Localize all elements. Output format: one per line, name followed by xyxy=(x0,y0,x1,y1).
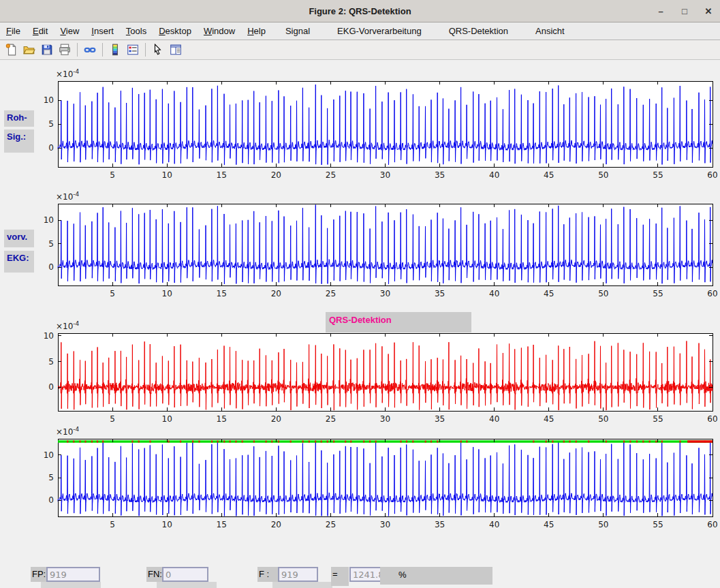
x-tick-label: 45 xyxy=(544,289,554,298)
y-tick-label: 0 xyxy=(48,495,54,505)
new-figure-button[interactable] xyxy=(3,42,20,58)
beat-mark xyxy=(412,440,413,442)
x-tick-label: 25 xyxy=(326,414,336,424)
menu-item-signal[interactable]: Signal xyxy=(272,22,324,40)
beat-mark xyxy=(67,440,68,442)
property-editor-button[interactable] xyxy=(168,42,184,58)
menu-item-view[interactable]: View xyxy=(54,22,85,40)
fn-backdrop xyxy=(157,582,217,588)
insert-legend-button[interactable] xyxy=(125,42,141,58)
fp-value-field[interactable] xyxy=(46,567,100,582)
open-file-button[interactable] xyxy=(21,42,37,58)
beat-mark xyxy=(290,440,292,442)
x-tick-label: 10 xyxy=(162,289,172,298)
minimize-icon[interactable]: – xyxy=(656,6,666,16)
x-tick-label: 20 xyxy=(271,289,281,298)
x-tick-label: 15 xyxy=(217,289,227,298)
menu-item-qrs-detektion[interactable]: QRS-Detektion xyxy=(435,22,522,40)
plot-roh-signal[interactable]: 510152025303540455055600510×10-4 xyxy=(37,69,720,185)
x-tick-label: 35 xyxy=(435,289,445,298)
menu-item-window[interactable]: Window xyxy=(198,22,241,40)
beat-mark xyxy=(271,440,272,442)
plot-qrs-detektion[interactable]: 510152025303540455055600510×10-4 xyxy=(37,321,720,437)
y-tick-label: 5 xyxy=(48,357,54,367)
beat-mark xyxy=(431,440,432,442)
x-tick-label: 15 xyxy=(217,520,227,529)
print-figure-button[interactable] xyxy=(57,42,73,58)
beat-mark xyxy=(192,440,193,442)
menu-item-desktop[interactable]: Desktop xyxy=(153,22,198,40)
plot-detektion-ergebnis[interactable]: 510152025303540455055600510×10-4 xyxy=(37,427,720,542)
beat-mark xyxy=(369,440,371,442)
beat-mark xyxy=(363,440,364,442)
beat-mark xyxy=(661,440,663,442)
x-tick-label: 40 xyxy=(489,289,499,298)
equals-label: = xyxy=(331,567,349,586)
x-tick-label: 10 xyxy=(162,520,172,529)
link-plot-icon xyxy=(84,44,96,56)
link-plot-button[interactable] xyxy=(82,42,98,58)
x-tick-label: 40 xyxy=(489,170,499,180)
beat-mark xyxy=(460,440,462,442)
maximize-icon[interactable]: □ xyxy=(680,6,689,16)
x-tick-label: 20 xyxy=(271,414,281,424)
print-icon xyxy=(59,44,71,56)
x-tick-label: 30 xyxy=(380,289,390,298)
x-tick-label: 60 xyxy=(707,414,717,424)
y-axis-exponent-label: ×10-4 xyxy=(56,69,80,79)
vorv-ekg-label-line1: vorv. xyxy=(4,230,34,247)
save-figure-button[interactable] xyxy=(39,42,55,58)
beat-mark xyxy=(679,440,680,442)
figure-canvas: Roh- Sig.: vorv. EKG: QRS-Detektion 5101… xyxy=(0,61,720,588)
x-tick-label: 45 xyxy=(544,414,554,424)
beat-mark xyxy=(623,440,625,442)
beat-mark xyxy=(278,440,279,442)
x-tick-label: 40 xyxy=(489,414,499,424)
beat-mark xyxy=(242,440,243,442)
x-tick-label: 60 xyxy=(707,520,717,529)
menu-item-file[interactable]: File xyxy=(0,22,27,40)
beat-mark xyxy=(552,440,553,442)
beat-mark xyxy=(230,440,231,442)
close-icon[interactable]: ✕ xyxy=(704,6,713,16)
x-tick-label: 20 xyxy=(271,520,281,529)
x-tick-label: 10 xyxy=(162,414,172,424)
y-axis-exponent-label: ×10-4 xyxy=(56,321,80,331)
x-tick-label: 15 xyxy=(217,170,227,180)
property-editor-icon xyxy=(170,44,182,56)
f-value-field[interactable] xyxy=(278,567,318,582)
beat-mark xyxy=(180,440,181,442)
menubar: FileEditViewInsertToolsDesktopWindowHelp… xyxy=(0,22,720,40)
beat-mark xyxy=(97,440,98,442)
x-tick-label: 15 xyxy=(217,414,227,424)
titlebar[interactable]: Figure 2: QRS-Detektion – □ ✕ xyxy=(0,0,720,22)
beat-mark xyxy=(315,440,316,442)
y-axis-exponent-label: ×10-4 xyxy=(56,191,80,202)
fn-value-field[interactable] xyxy=(162,567,208,582)
x-tick-label: 5 xyxy=(110,414,115,424)
beat-mark xyxy=(149,440,151,442)
beat-mark xyxy=(563,440,565,442)
beat-mark xyxy=(642,440,644,442)
menu-item-ekg-vorverarbeitung[interactable]: EKG-Vorverarbeitung xyxy=(324,22,435,40)
menu-item-tools[interactable]: Tools xyxy=(120,22,153,40)
plot-vorverarbeitetes-ekg[interactable]: 510152025303540455055600510×10-4 xyxy=(37,191,720,307)
menu-item-ansicht[interactable]: Ansicht xyxy=(522,22,578,40)
x-tick-label: 60 xyxy=(707,289,717,298)
menu-item-edit[interactable]: Edit xyxy=(27,22,54,40)
beat-mark xyxy=(375,440,377,442)
x-tick-label: 30 xyxy=(380,414,390,424)
vorv-ekg-label-line2: EKG: xyxy=(4,251,34,273)
menu-item-help[interactable]: Help xyxy=(241,22,272,40)
x-tick-label: 50 xyxy=(598,170,608,180)
menu-item-insert[interactable]: Insert xyxy=(85,22,120,40)
roh-signal-label-line1: Roh- xyxy=(4,110,34,127)
y-tick-label: 10 xyxy=(44,215,54,225)
edit-plot-button[interactable] xyxy=(150,42,166,58)
insert-colorbar-button[interactable] xyxy=(107,42,123,58)
x-tick-label: 55 xyxy=(653,170,663,180)
x-tick-label: 55 xyxy=(653,289,663,298)
beat-mark xyxy=(345,440,346,442)
beat-mark xyxy=(302,440,304,442)
beat-mark xyxy=(425,440,426,442)
